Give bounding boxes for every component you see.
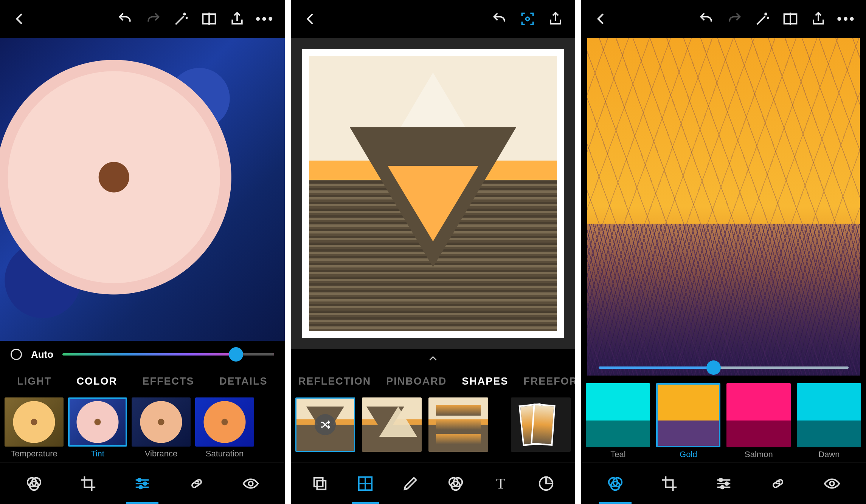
shape-thumbnails <box>291 394 576 462</box>
tab-reflection[interactable]: REFLECTION <box>298 376 371 387</box>
chevron-up-icon <box>427 352 439 365</box>
tool-layers[interactable] <box>298 463 343 504</box>
svg-point-5 <box>144 482 147 485</box>
tool-adjust[interactable] <box>115 463 169 504</box>
grass-overlay <box>587 38 860 376</box>
tab-freeforms[interactable]: FREEFORMS <box>523 376 575 387</box>
category-tabs: LIGHT COLOR EFFECTS DETAILS <box>0 368 285 394</box>
back-button[interactable] <box>8 8 31 30</box>
tool-redeye[interactable] <box>805 463 859 504</box>
svg-point-8 <box>248 481 253 486</box>
undo-button[interactable] <box>488 8 511 30</box>
back-button[interactable] <box>299 8 322 30</box>
filter-salmon[interactable]: Salmon <box>726 383 791 459</box>
tool-sticker[interactable] <box>523 463 568 504</box>
svg-point-23 <box>721 485 724 489</box>
auto-label: Auto <box>31 349 53 360</box>
flower-image <box>0 38 285 341</box>
tool-adjust[interactable] <box>697 463 751 504</box>
filter-thumbnails: Teal Gold Salmon Dawn <box>581 376 866 462</box>
svg-point-22 <box>725 482 728 485</box>
tab-light[interactable]: LIGHT <box>17 376 51 387</box>
tool-draw[interactable] <box>388 463 433 504</box>
tool-redeye[interactable] <box>223 463 278 504</box>
image-canvas[interactable] <box>291 38 576 349</box>
redo-button[interactable] <box>723 8 746 30</box>
svg-point-21 <box>719 478 722 481</box>
tool-text[interactable]: T <box>478 463 523 504</box>
top-toolbar: ••• <box>0 0 285 38</box>
thumb-saturation[interactable]: Saturation <box>195 397 254 459</box>
image-canvas[interactable] <box>587 38 860 376</box>
tool-looks[interactable] <box>7 463 61 504</box>
auto-slider-row: Auto <box>0 341 285 368</box>
text-icon: T <box>496 475 505 492</box>
shape-thumb-triangle-pair[interactable] <box>362 397 422 452</box>
auto-toggle[interactable] <box>11 349 22 360</box>
tint-slider[interactable] <box>62 353 274 356</box>
filter-gold[interactable]: Gold <box>656 383 720 459</box>
more-button[interactable]: ••• <box>254 8 276 30</box>
undo-button[interactable] <box>695 8 718 30</box>
svg-point-9 <box>526 17 529 20</box>
image-canvas[interactable] <box>0 38 285 341</box>
tab-effects[interactable]: EFFECTS <box>143 376 194 387</box>
bottom-toolbar: T <box>291 462 576 504</box>
bottom-toolbar <box>581 462 866 504</box>
thumb-tint[interactable]: Tint <box>68 397 127 459</box>
shape-thumb-freeform[interactable] <box>511 397 571 452</box>
filter-dawn[interactable]: Dawn <box>797 383 861 459</box>
tab-pinboard[interactable]: PINBOARD <box>386 376 447 387</box>
adjustment-thumbnails: Temperature Tint Vibrance Saturation <box>0 394 285 462</box>
svg-point-6 <box>140 485 143 489</box>
share-button[interactable] <box>544 8 567 30</box>
tab-shapes[interactable]: SHAPES <box>462 376 508 387</box>
filter-teal[interactable]: Teal <box>586 383 650 459</box>
back-button[interactable] <box>590 8 612 30</box>
svg-point-25 <box>830 481 835 486</box>
slider-thumb[interactable] <box>706 360 721 375</box>
top-toolbar <box>291 0 576 38</box>
filter-intensity-slider[interactable] <box>599 366 849 369</box>
more-button[interactable]: ••• <box>835 8 858 30</box>
framed-image <box>302 49 564 338</box>
compare-button[interactable] <box>198 8 220 30</box>
compare-button[interactable] <box>779 8 802 30</box>
share-button[interactable] <box>807 8 830 30</box>
share-button[interactable] <box>226 8 248 30</box>
undo-button[interactable] <box>114 8 137 30</box>
shuffle-icon[interactable] <box>315 414 336 435</box>
screen-shapes: REFLECTION PINBOARD SHAPES FREEFORMS <box>291 0 576 504</box>
screen-color-adjust: ••• Auto LIGHT COLOR EFFECTS DETAILS Tem… <box>0 0 285 504</box>
tool-heal[interactable] <box>751 463 805 504</box>
screen-looks-filter: ••• Teal Gold Salmon Dawn <box>581 0 866 504</box>
tool-crop[interactable] <box>61 463 115 504</box>
tool-crop[interactable] <box>643 463 697 504</box>
slider-thumb[interactable] <box>229 347 243 362</box>
thumb-temperature[interactable]: Temperature <box>5 397 64 459</box>
tool-looks[interactable] <box>588 463 642 504</box>
focus-frame-button[interactable] <box>516 8 539 30</box>
shape-thumb-bars[interactable] <box>428 397 488 452</box>
tool-looks[interactable] <box>433 463 478 504</box>
tab-color[interactable]: COLOR <box>77 376 118 387</box>
bottom-toolbar <box>0 462 285 504</box>
magic-wand-button[interactable] <box>170 8 192 30</box>
top-toolbar: ••• <box>581 0 866 38</box>
shape-thumb-triangle-down[interactable] <box>295 397 355 452</box>
tool-heal[interactable] <box>169 463 223 504</box>
magic-wand-button[interactable] <box>751 8 774 30</box>
svg-point-4 <box>138 478 141 481</box>
thumb-vibrance[interactable]: Vibrance <box>132 397 191 459</box>
svg-rect-11 <box>317 481 326 489</box>
svg-rect-10 <box>314 478 323 486</box>
tool-collage[interactable] <box>343 463 388 504</box>
collage-category-tabs[interactable]: REFLECTION PINBOARD SHAPES FREEFORMS <box>291 368 576 394</box>
redo-button[interactable] <box>142 8 165 30</box>
tab-details[interactable]: DETAILS <box>219 376 268 387</box>
expand-panel[interactable] <box>291 349 576 368</box>
